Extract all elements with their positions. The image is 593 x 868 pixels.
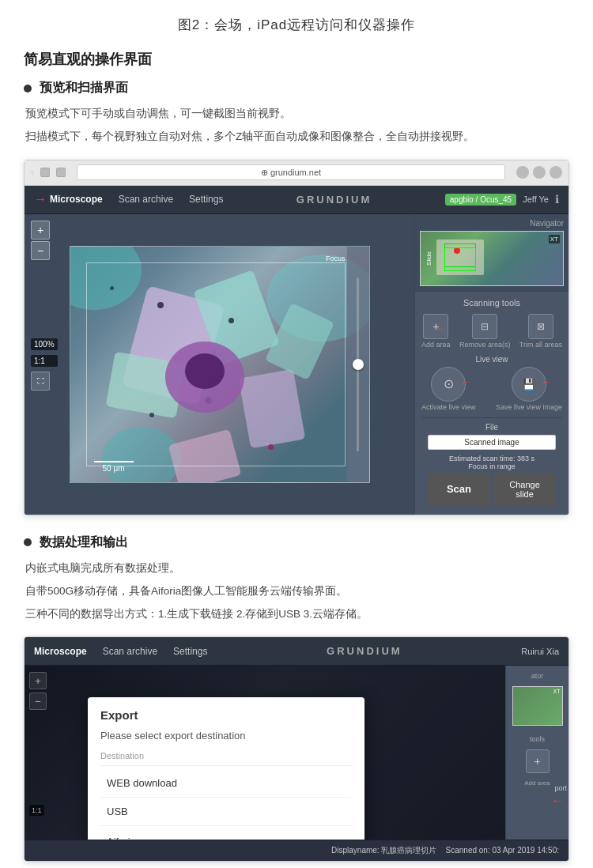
- scan-button[interactable]: Scan: [428, 474, 490, 505]
- microscope-viewport-2: Slide + − 1:1 Export Please select expor…: [25, 666, 505, 840]
- right-panel: Navigator XT Slide Scanning tools: [414, 214, 568, 515]
- export-dialog: Export Please select export destination …: [88, 697, 364, 840]
- navigator-label-2: ator: [531, 672, 544, 680]
- add-area-red-arrow: ←: [435, 323, 446, 335]
- browser-action-icons: [516, 166, 562, 179]
- add-area-label: Add area: [421, 341, 451, 349]
- export-title: Export: [100, 708, 352, 722]
- app-user-info: apgbio / Ocus_45 Jeff Ye ℹ: [445, 193, 559, 206]
- info-icon[interactable]: ℹ: [555, 193, 559, 206]
- page-container: 图2：会场，iPad远程访问和仪器操作 简易直观的操作界面 预览和扫描界面 预览…: [0, 0, 593, 868]
- save-live-label: Save live view image: [496, 403, 562, 411]
- app2-username: Ruirui Xia: [521, 647, 559, 656]
- focus-slider-area[interactable]: Focus →: [347, 247, 369, 482]
- app2-brand: GRUNDIUM: [223, 645, 505, 657]
- save-live-view-btn[interactable]: 💾 ← Save live view image: [496, 367, 562, 411]
- slide-label: Slide: [425, 251, 432, 266]
- change-slide-button[interactable]: Change slide: [493, 474, 556, 505]
- export-option-web[interactable]: WEB download: [100, 769, 352, 798]
- trim-all-btn[interactable]: ⊠ Trim all areas: [519, 314, 562, 349]
- microscope-image: Focus → 50 μm: [70, 246, 370, 483]
- focus-label: Focus: [326, 255, 346, 262]
- url-bar[interactable]: ⊕ grundium.net: [77, 164, 505, 180]
- displayname-text: Displayname: 乳腺癌病理切片 Scanned on: 03 Apr …: [331, 845, 559, 856]
- desc1-2: 扫描模式下，每个视野独立自动对焦，多个Z轴平面自动成像和图像整合，全自动拼接视野…: [25, 127, 569, 146]
- scale-text: 50 μm: [103, 464, 125, 473]
- microscope-viewport[interactable]: + −: [25, 214, 414, 515]
- export-label-right: port: [554, 784, 567, 792]
- browser-nav-controls: ‹: [31, 167, 66, 178]
- zoom-in-btn[interactable]: +: [31, 221, 50, 240]
- zoom-100-indicator: 100%: [31, 338, 58, 350]
- scan-time-text: Estimated scan time: 383 s Focus in rang…: [428, 455, 556, 470]
- save-live-view-icon: 💾 ←: [512, 367, 546, 402]
- file-section: File Scanned image Estimated scan time: …: [421, 417, 562, 510]
- nav-red-arrow-icon: →: [34, 192, 47, 206]
- destination-label: Destination: [100, 751, 352, 766]
- browser-lock-icon: [516, 166, 529, 179]
- remove-area-icon: ⊟: [472, 314, 497, 339]
- bullet1-title: 预览和扫描界面: [24, 80, 569, 96]
- app-username: Jeff Ye: [523, 194, 549, 204]
- app-main-content-1: + −: [25, 214, 568, 515]
- file-section-label: File: [428, 423, 556, 432]
- remove-area-label: Remove area(s): [459, 341, 511, 349]
- nav-settings[interactable]: Settings: [189, 194, 223, 205]
- navigator-label: Navigator: [420, 219, 564, 228]
- app-navbar-2: Microscope Scan archive Settings GRUNDIU…: [25, 637, 568, 666]
- live-view-section-label: Live view: [421, 355, 562, 364]
- viewport-left-controls: 100% 1:1 ⛶: [31, 338, 58, 391]
- zoom-out-btn[interactable]: −: [31, 241, 50, 260]
- tools-label-2: tools: [530, 735, 545, 743]
- tools-section: Scanning tools + ← Add area ⊟: [415, 292, 568, 515]
- scale-line: [94, 461, 134, 462]
- trim-all-icon: ⊠: [528, 314, 553, 339]
- app-navbar-1: → Microscope Scan archive Settings GRUND…: [25, 186, 568, 214]
- export-option-aiforia[interactable]: Aiforia ←: [100, 826, 352, 840]
- app-brand: GRUNDIUM: [239, 194, 429, 206]
- scale-bar: 50 μm: [94, 461, 134, 473]
- activate-live-view-btn[interactable]: ⊙ ← Activate live view: [421, 367, 476, 411]
- navigator-selection-box: [444, 247, 476, 271]
- app-main-content-2: Slide + − 1:1 Export Please select expor…: [25, 666, 568, 840]
- zoom-11-indicator: 1:1: [31, 355, 58, 367]
- browser-more-icon: [550, 166, 562, 179]
- navigator-thumbnail: XT Slide: [420, 231, 564, 286]
- browser-nav-btn[interactable]: [40, 168, 50, 177]
- navigator-thumb-2: XT: [512, 686, 563, 726]
- right-panel-2: ator XT tools + Add area ← port: [505, 666, 568, 840]
- nav2-settings[interactable]: Settings: [173, 646, 207, 657]
- activate-live-view-icon: ⊙ ←: [431, 367, 466, 402]
- add-area-label-2: Add area: [524, 779, 550, 787]
- add-area-btn[interactable]: + ← Add area: [421, 314, 451, 349]
- main-title: 图2：会场，iPad远程访问和仪器操作: [24, 16, 569, 34]
- xt-label-2: XT: [553, 689, 561, 694]
- nav-scan-archive[interactable]: Scan archive: [119, 194, 173, 205]
- browser-nav-btn2[interactable]: [56, 168, 66, 177]
- desc1-1: 预览模式下可手动或自动调焦，可一键截图当前视野。: [25, 104, 569, 123]
- focus-handle[interactable]: [353, 359, 364, 370]
- tools-label: Scanning tools: [421, 298, 562, 308]
- bullet2-title: 数据处理和输出: [24, 534, 569, 551]
- file-name-input[interactable]: Scanned image: [428, 435, 556, 450]
- trim-all-label: Trim all areas: [519, 341, 562, 349]
- bullet-dot-1: [24, 85, 32, 92]
- nav2-scan-archive[interactable]: Scan archive: [103, 646, 157, 657]
- zoom-controls: + −: [31, 221, 50, 260]
- remove-area-btn[interactable]: ⊟ Remove area(s): [459, 314, 511, 349]
- section2: 数据处理和输出 内嵌式电脑完成所有数据处理。 自带500G移动存储，具备Aifo…: [24, 534, 569, 625]
- nav2-microscope[interactable]: Microscope: [34, 646, 87, 657]
- back-arrow-icon[interactable]: ‹: [31, 167, 34, 178]
- add-area-btn-2[interactable]: +: [526, 749, 550, 773]
- navigator-section: Navigator XT Slide: [415, 214, 568, 292]
- bullet-dot-2: [24, 538, 32, 546]
- app-status-badge: apgbio / Ocus_45: [445, 194, 516, 206]
- nav-microscope[interactable]: Microscope: [50, 194, 103, 205]
- export-option-usb[interactable]: USB: [100, 798, 352, 826]
- desc2-2: 自带500G移动存储，具备Aiforia图像人工智能服务云端传输界面。: [25, 582, 569, 601]
- browser-mockup-2: Microscope Scan archive Settings GRUNDIU…: [24, 636, 569, 862]
- save-live-arrow: ←: [541, 376, 552, 388]
- live-view-row: ⊙ ← Activate live view 💾 ← Save live vi: [421, 367, 562, 411]
- scan-action-buttons: Scan Change slide: [428, 474, 556, 505]
- fullscreen-btn[interactable]: ⛶: [31, 372, 50, 391]
